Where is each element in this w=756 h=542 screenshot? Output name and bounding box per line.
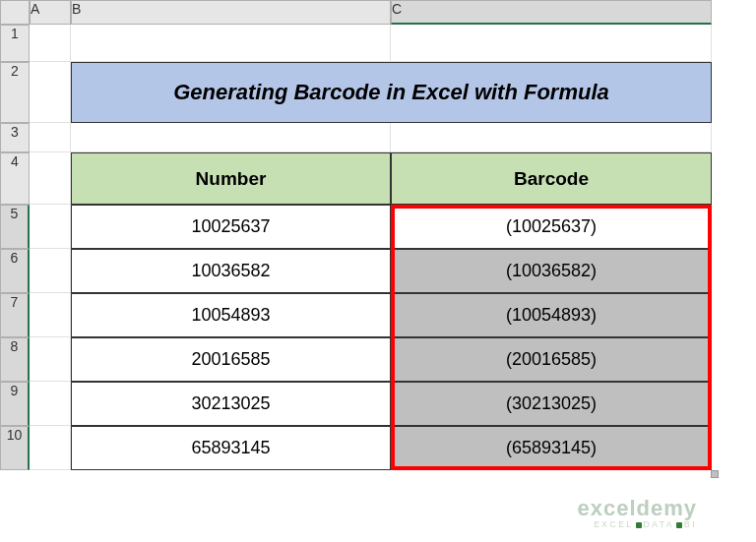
cell-a6[interactable]: [30, 249, 71, 293]
row-header-1[interactable]: 1: [0, 25, 30, 62]
cell-b1[interactable]: [71, 25, 391, 62]
row-header-7[interactable]: 7: [0, 293, 30, 337]
cell-number-2[interactable]: 10054893: [71, 293, 391, 337]
cell-a9[interactable]: [30, 382, 71, 426]
cell-a1[interactable]: [30, 25, 71, 62]
cell-number-1[interactable]: 10036582: [71, 249, 391, 293]
fill-handle-icon[interactable]: [711, 470, 719, 478]
row-header-4[interactable]: 4: [0, 152, 30, 205]
cell-barcode-0[interactable]: (10025637): [391, 205, 712, 249]
row-header-5[interactable]: 5: [0, 205, 30, 249]
cell-barcode-3[interactable]: (20016585): [391, 337, 712, 382]
col-header-b[interactable]: B: [71, 0, 391, 25]
cell-barcode-1[interactable]: (10036582): [391, 249, 712, 293]
cell-a5[interactable]: [30, 205, 71, 249]
row-header-9[interactable]: 9: [0, 382, 30, 426]
row-header-2[interactable]: 2: [0, 62, 30, 123]
cell-barcode-5[interactable]: (65893145): [391, 426, 712, 470]
watermark-tagline: EXCELDATABI: [577, 519, 697, 529]
cell-a2[interactable]: [30, 62, 71, 123]
header-barcode[interactable]: Barcode: [391, 152, 712, 205]
cell-a3[interactable]: [30, 123, 71, 152]
col-header-c[interactable]: C: [391, 0, 712, 25]
watermark: exceldemy EXCELDATABI: [577, 496, 697, 529]
cell-number-4[interactable]: 30213025: [71, 382, 391, 426]
cell-number-3[interactable]: 20016585: [71, 337, 391, 382]
cell-b3[interactable]: [71, 123, 391, 152]
cell-number-0[interactable]: 10025637: [71, 205, 391, 249]
row-header-3[interactable]: 3: [0, 123, 30, 152]
cell-barcode-4[interactable]: (30213025): [391, 382, 712, 426]
cell-c1[interactable]: [391, 25, 712, 62]
row-header-6[interactable]: 6: [0, 249, 30, 293]
select-all-corner[interactable]: [0, 0, 30, 25]
header-number[interactable]: Number: [71, 152, 391, 205]
cell-a10[interactable]: [30, 426, 71, 470]
watermark-brand: exceldemy: [577, 496, 697, 521]
cell-a8[interactable]: [30, 337, 71, 382]
row-header-10[interactable]: 10: [0, 426, 30, 470]
cell-c3[interactable]: [391, 123, 712, 152]
cell-number-5[interactable]: 65893145: [71, 426, 391, 470]
title-cell[interactable]: Generating Barcode in Excel with Formula: [71, 62, 712, 123]
row-header-8[interactable]: 8: [0, 337, 30, 382]
col-header-a[interactable]: A: [30, 0, 71, 25]
spreadsheet-grid: A B C 1 2 Generating Barcode in Excel wi…: [0, 0, 756, 470]
cell-a4[interactable]: [30, 152, 71, 205]
cell-a7[interactable]: [30, 293, 71, 337]
cell-barcode-2[interactable]: (10054893): [391, 293, 712, 337]
